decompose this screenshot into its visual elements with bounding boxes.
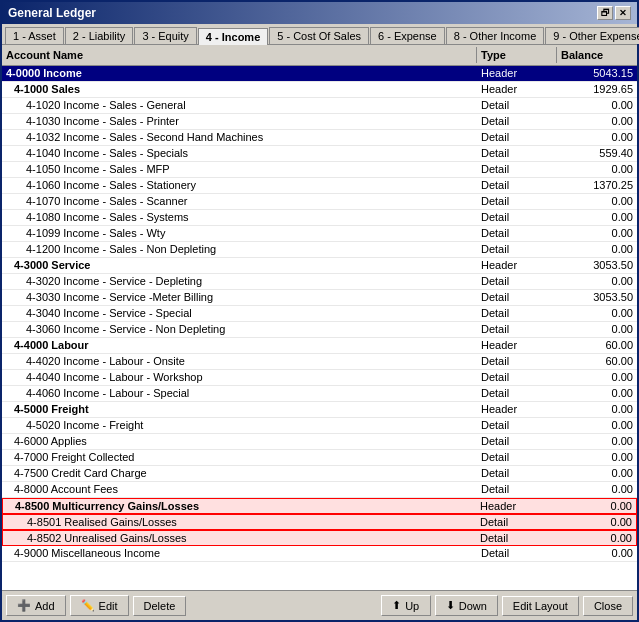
tab-income[interactable]: 4 - Income [198, 28, 268, 45]
col-balance: Balance [557, 47, 637, 63]
cell-type: Detail [477, 210, 557, 225]
table-row[interactable]: 4-3060 Income - Service - Non DepletingD… [2, 322, 637, 338]
up-button[interactable]: ⬆ Up [381, 595, 431, 616]
table-row[interactable]: 4-1040 Income - Sales - SpecialsDetail55… [2, 146, 637, 162]
tab-expense[interactable]: 6 - Expense [370, 27, 445, 44]
cell-account-name: 4-1099 Income - Sales - Wty [2, 226, 477, 241]
close-title-button[interactable]: ✕ [615, 6, 631, 20]
cell-account-name: 4-1060 Income - Sales - Stationery [2, 178, 477, 193]
cell-type: Detail [477, 546, 557, 561]
up-icon: ⬆ [392, 599, 401, 612]
tab-other-expense[interactable]: 9 - Other Expense [545, 27, 639, 44]
cell-type: Detail [477, 466, 557, 481]
table-row[interactable]: 4-8501 Realised Gains/LossesDetail0.00 [2, 514, 637, 530]
cell-balance: 0.00 [556, 499, 636, 513]
table-row[interactable]: 4-0000 IncomeHeader5043.15 [2, 66, 637, 82]
cell-type: Detail [477, 482, 557, 497]
tab-other-income[interactable]: 8 - Other Income [446, 27, 545, 44]
edit-button[interactable]: ✏️ Edit [70, 595, 129, 616]
cell-account-name: 4-8500 Multicurrency Gains/Losses [3, 499, 476, 513]
cell-account-name: 4-7000 Freight Collected [2, 450, 477, 465]
restore-button[interactable]: 🗗 [597, 6, 613, 20]
cell-account-name: 4-1020 Income - Sales - General [2, 98, 477, 113]
table-body[interactable]: 4-0000 IncomeHeader5043.154-1000 SalesHe… [2, 66, 637, 590]
tab-cost-of-sales[interactable]: 5 - Cost Of Sales [269, 27, 369, 44]
cell-balance: 60.00 [557, 354, 637, 369]
table-row[interactable]: 4-1050 Income - Sales - MFPDetail0.00 [2, 162, 637, 178]
down-button[interactable]: ⬇ Down [435, 595, 498, 616]
cell-type: Detail [477, 226, 557, 241]
table-row[interactable]: 4-4060 Income - Labour - SpecialDetail0.… [2, 386, 637, 402]
cell-account-name: 4-8502 Unrealised Gains/Losses [3, 531, 476, 545]
cell-balance: 3053.50 [557, 258, 637, 273]
cell-account-name: 4-1200 Income - Sales - Non Depleting [2, 242, 477, 257]
cell-type: Header [477, 66, 557, 81]
edit-icon: ✏️ [81, 599, 95, 612]
cell-account-name: 4-1070 Income - Sales - Scanner [2, 194, 477, 209]
cell-type: Header [477, 402, 557, 417]
table-row[interactable]: 4-4040 Income - Labour - WorkshopDetail0… [2, 370, 637, 386]
cell-type: Header [476, 499, 556, 513]
cell-account-name: 4-6000 Applies [2, 434, 477, 449]
cell-balance: 0.00 [557, 226, 637, 241]
cell-balance: 0.00 [557, 322, 637, 337]
tab-liability[interactable]: 2 - Liability [65, 27, 134, 44]
title-bar-buttons: 🗗 ✕ [597, 6, 631, 20]
table-row[interactable]: 4-8500 Multicurrency Gains/LossesHeader0… [2, 498, 637, 514]
table-row[interactable]: 4-9000 Miscellaneous IncomeDetail0.00 [2, 546, 637, 562]
cell-balance: 0.00 [557, 482, 637, 497]
cell-balance: 0.00 [557, 370, 637, 385]
table-row[interactable]: 4-7000 Freight CollectedDetail0.00 [2, 450, 637, 466]
cell-balance: 5043.15 [557, 66, 637, 81]
table-row[interactable]: 4-3040 Income - Service - SpecialDetail0… [2, 306, 637, 322]
table-row[interactable]: 4-4000 LabourHeader60.00 [2, 338, 637, 354]
cell-type: Detail [477, 306, 557, 321]
table-row[interactable]: 4-8502 Unrealised Gains/LossesDetail0.00 [2, 530, 637, 546]
cell-balance: 3053.50 [557, 290, 637, 305]
tab-equity[interactable]: 3 - Equity [134, 27, 196, 44]
cell-balance: 0.00 [557, 114, 637, 129]
cell-balance: 0.00 [556, 515, 636, 529]
add-button[interactable]: ➕ Add [6, 595, 66, 616]
table-row[interactable]: 4-1000 SalesHeader1929.65 [2, 82, 637, 98]
table-row[interactable]: 4-3020 Income - Service - DepletingDetai… [2, 274, 637, 290]
cell-type: Detail [476, 531, 556, 545]
table-row[interactable]: 4-4020 Income - Labour - OnsiteDetail60.… [2, 354, 637, 370]
table-row[interactable]: 4-1099 Income - Sales - WtyDetail0.00 [2, 226, 637, 242]
table-row[interactable]: 4-8000 Account FeesDetail0.00 [2, 482, 637, 498]
cell-type: Detail [477, 354, 557, 369]
cell-balance: 0.00 [557, 546, 637, 561]
table-row[interactable]: 4-1030 Income - Sales - PrinterDetail0.0… [2, 114, 637, 130]
cell-account-name: 4-3030 Income - Service -Meter Billing [2, 290, 477, 305]
delete-button[interactable]: Delete [133, 596, 187, 616]
cell-balance: 1929.65 [557, 82, 637, 97]
table-row[interactable]: 4-6000 AppliesDetail0.00 [2, 434, 637, 450]
table-row[interactable]: 4-1032 Income - Sales - Second Hand Mach… [2, 130, 637, 146]
table-row[interactable]: 4-1200 Income - Sales - Non DepletingDet… [2, 242, 637, 258]
close-button[interactable]: Close [583, 596, 633, 616]
cell-type: Detail [477, 98, 557, 113]
cell-balance: 0.00 [557, 418, 637, 433]
table-row[interactable]: 4-1080 Income - Sales - SystemsDetail0.0… [2, 210, 637, 226]
table-row[interactable]: 4-7500 Credit Card ChargeDetail0.00 [2, 466, 637, 482]
table-header: Account Name Type Balance [2, 45, 637, 66]
cell-type: Detail [477, 290, 557, 305]
table-row[interactable]: 4-3000 ServiceHeader3053.50 [2, 258, 637, 274]
cell-type: Detail [477, 114, 557, 129]
tab-asset[interactable]: 1 - Asset [5, 27, 64, 44]
table-wrapper: 4-0000 IncomeHeader5043.154-1000 SalesHe… [2, 66, 637, 590]
table-row[interactable]: 4-5020 Income - FreightDetail0.00 [2, 418, 637, 434]
cell-balance: 0.00 [557, 386, 637, 401]
table-row[interactable]: 4-5000 FreightHeader0.00 [2, 402, 637, 418]
table-row[interactable]: 4-1070 Income - Sales - ScannerDetail0.0… [2, 194, 637, 210]
edit-layout-button[interactable]: Edit Layout [502, 596, 579, 616]
bottom-bar: ➕ Add ✏️ Edit Delete ⬆ Up ⬇ Down Edit La… [2, 590, 637, 620]
table-row[interactable]: 4-1060 Income - Sales - StationeryDetail… [2, 178, 637, 194]
cell-account-name: 4-4020 Income - Labour - Onsite [2, 354, 477, 369]
cell-type: Header [477, 258, 557, 273]
table-row[interactable]: 4-1020 Income - Sales - GeneralDetail0.0… [2, 98, 637, 114]
table-row[interactable]: 4-3030 Income - Service -Meter BillingDe… [2, 290, 637, 306]
cell-account-name: 4-5000 Freight [2, 402, 477, 417]
cell-account-name: 4-9000 Miscellaneous Income [2, 546, 477, 561]
cell-type: Detail [477, 418, 557, 433]
